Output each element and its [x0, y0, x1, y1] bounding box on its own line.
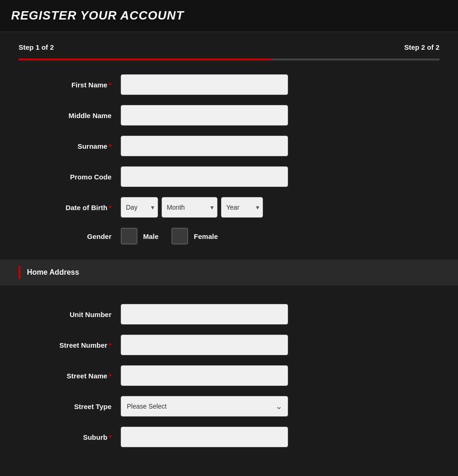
street-name-row: Street Name*: [19, 365, 439, 386]
required-star: *: [109, 204, 111, 212]
surname-input[interactable]: [121, 136, 288, 156]
suburb-label: Suburb*: [19, 433, 121, 441]
address-section-header: Home Address: [0, 259, 458, 285]
address-section-border-accent: [19, 266, 20, 279]
address-section-title: Home Address: [27, 268, 79, 277]
dob-year-select[interactable]: Year: [221, 197, 263, 218]
street-number-label: Street Number*: [19, 341, 121, 349]
suburb-input[interactable]: [121, 427, 288, 447]
promo-code-input[interactable]: [121, 166, 288, 187]
step2-label: Step 2 of 2: [404, 43, 439, 51]
street-number-row: Street Number*: [19, 335, 439, 355]
dob-label: Date of Birth*: [19, 204, 121, 212]
street-type-select[interactable]: Please Select: [121, 396, 288, 416]
day-select-wrapper: Day: [121, 197, 158, 218]
required-star: *: [109, 81, 111, 89]
unit-number-input[interactable]: [121, 304, 288, 324]
promo-code-label: Promo Code: [19, 173, 121, 181]
street-type-label: Street Type: [19, 403, 121, 410]
middle-name-label: Middle Name: [19, 112, 121, 119]
gender-female-checkbox[interactable]: [171, 228, 188, 245]
gender-options: Male Female: [121, 228, 225, 245]
middle-name-row: Middle Name: [19, 105, 439, 126]
page-title: REGISTER YOUR ACCOUNT: [11, 8, 447, 23]
page-header: REGISTER YOUR ACCOUNT: [0, 0, 458, 32]
street-number-input[interactable]: [121, 335, 288, 355]
gender-row: Gender Male Female: [19, 228, 439, 245]
middle-name-input[interactable]: [121, 105, 288, 126]
dob-row: Date of Birth* Day Month Year: [19, 197, 439, 218]
suburb-row: Suburb*: [19, 427, 439, 447]
unit-number-label: Unit Number: [19, 311, 121, 318]
dob-day-select[interactable]: Day: [121, 197, 158, 218]
first-name-label: First Name*: [19, 81, 121, 89]
step1-label: Step 1 of 2: [19, 43, 54, 51]
required-star: *: [109, 433, 111, 441]
dob-selects: Day Month Year: [121, 197, 263, 218]
street-type-row: Street Type Please Select: [19, 396, 439, 416]
street-name-label: Street Name*: [19, 372, 121, 380]
surname-row: Surname*: [19, 136, 439, 156]
dob-month-select[interactable]: Month: [162, 197, 217, 218]
unit-number-row: Unit Number: [19, 304, 439, 324]
year-select-wrapper: Year: [221, 197, 263, 218]
steps-bar: Step 1 of 2 Step 2 of 2: [0, 32, 458, 51]
surname-label: Surname*: [19, 142, 121, 150]
required-star: *: [109, 341, 111, 349]
content-area: Step 1 of 2 Step 2 of 2 First Name* Midd…: [0, 32, 458, 476]
first-name-row: First Name*: [19, 74, 439, 95]
progress-bar-wrapper: [0, 51, 458, 60]
first-name-input[interactable]: [121, 74, 288, 95]
personal-info-section: First Name* Middle Name Surname* Promo C…: [0, 60, 458, 259]
street-name-input[interactable]: [121, 365, 288, 386]
address-form-section: Unit Number Street Number* Street Name* …: [0, 290, 458, 462]
gender-male-checkbox[interactable]: [121, 228, 137, 245]
gender-male-label: Male: [143, 232, 158, 240]
month-select-wrapper: Month: [162, 197, 217, 218]
required-star: *: [109, 142, 111, 150]
gender-female-label: Female: [194, 232, 218, 240]
gender-label: Gender: [19, 232, 121, 240]
required-star: *: [109, 372, 111, 380]
promo-code-row: Promo Code: [19, 166, 439, 187]
street-type-select-wrapper: Please Select: [121, 396, 288, 416]
